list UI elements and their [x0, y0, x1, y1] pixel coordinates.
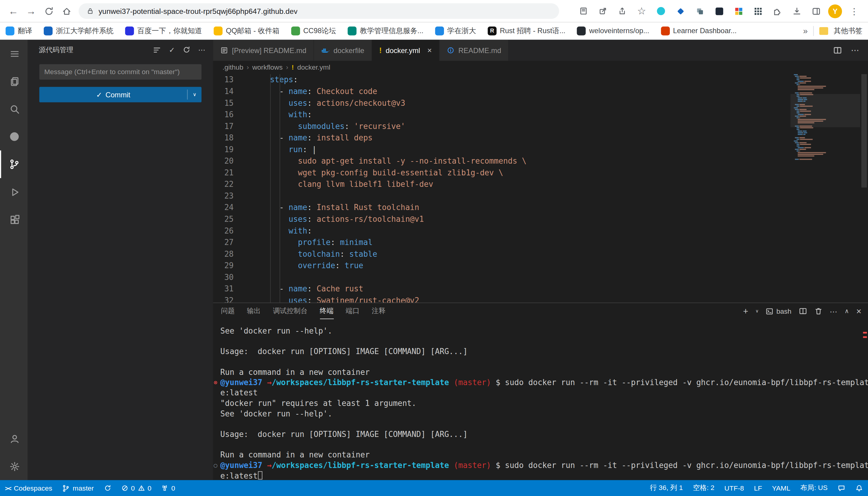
forward-icon[interactable]: → [22, 2, 40, 20]
explorer-icon[interactable] [0, 67, 28, 95]
home-icon[interactable] [58, 2, 75, 20]
tab-dockerfile[interactable]: dockerfile [314, 40, 372, 61]
minimap-token [796, 149, 798, 150]
keyboard-layout[interactable]: 布局: US [795, 480, 833, 496]
cursor-position[interactable]: 行 36, 列 1 [645, 480, 688, 496]
terminal-instance[interactable]: bash [766, 307, 791, 315]
bookmark-item[interactable]: CC98论坛 [291, 26, 336, 35]
bookmark-item[interactable]: 教学管理信息服务... [348, 26, 423, 35]
browser-menu-icon[interactable]: ⋮ [847, 4, 862, 18]
close-icon[interactable]: × [428, 46, 432, 55]
share-icon[interactable] [615, 4, 629, 18]
maximize-panel-icon[interactable]: ∧ [844, 308, 849, 315]
bookmark-star-icon[interactable]: ☆ [634, 4, 649, 18]
commit-check-icon[interactable]: ✓ [169, 46, 175, 54]
panel-tab[interactable]: 调试控制台 [273, 303, 308, 319]
breadcrumb-item[interactable]: .github [223, 64, 243, 72]
sidebar-toggle-icon[interactable] [809, 4, 823, 18]
code-editor[interactable]: 13 steps:14 - name: Checkout code15 uses… [213, 74, 868, 303]
bookmark-item[interactable]: 百度一下，你就知道 [125, 26, 202, 35]
scrollbar-thumb[interactable] [862, 74, 867, 187]
application-menu-icon[interactable] [0, 40, 28, 67]
split-editor-icon[interactable] [833, 46, 842, 55]
tab--preview-readme-md[interactable]: [Preview] README.md [213, 40, 314, 61]
terminal-profile-dropdown-icon[interactable]: ∨ [755, 309, 759, 314]
extensions-puzzle-icon[interactable] [770, 4, 784, 18]
bookmark-item[interactable]: weloveinterns/op... [577, 26, 649, 35]
kill-terminal-icon[interactable] [814, 307, 822, 315]
bookmark-item[interactable]: QQ邮箱 - 收件箱 [214, 26, 280, 35]
editor-scrollbar[interactable] [860, 74, 868, 303]
more-actions-icon[interactable]: ⋯ [830, 307, 838, 315]
other-bookmarks-label[interactable]: 其他书签 [834, 26, 862, 35]
bookmark-item[interactable]: 学在浙大 [435, 26, 476, 35]
panel-tab[interactable]: 输出 [247, 303, 261, 319]
code-line: 19 run: | [213, 144, 788, 155]
open-in-new-icon[interactable] [596, 4, 610, 18]
code-token [242, 145, 289, 154]
minimap-token [797, 132, 803, 134]
extension-collections-icon[interactable] [692, 4, 707, 18]
extension-lt-icon[interactable] [712, 4, 726, 18]
extension-dots-icon[interactable] [751, 4, 765, 18]
breadcrumb-item[interactable]: docker.yml [297, 64, 331, 72]
minimap-space [791, 149, 795, 150]
eol-indicator[interactable]: LF [749, 480, 767, 496]
branch-indicator[interactable]: master [57, 480, 99, 496]
bookmark-item[interactable]: RRust 招聘 - Rust语... [488, 26, 566, 35]
commit-button[interactable]: ✓ Commit ∨ [39, 87, 201, 102]
bookmark-item[interactable]: 浙江大学邮件系统 [44, 26, 114, 35]
bookmarks-overflow-icon[interactable]: » [803, 26, 808, 35]
line-number: 19 [213, 144, 234, 155]
activity-bar-bottom [0, 425, 28, 480]
tab-docker-yml[interactable]: !docker.yml× [372, 40, 439, 61]
ports-indicator[interactable]: 0 [156, 480, 180, 496]
breadcrumb[interactable]: .github›workflows›!docker.yml [213, 61, 868, 74]
run-debug-icon[interactable] [0, 178, 28, 206]
refresh-icon[interactable] [183, 46, 191, 53]
problems-indicator[interactable]: 0 0 [116, 480, 156, 496]
reading-list-icon[interactable] [577, 4, 591, 18]
split-terminal-icon[interactable] [799, 307, 807, 315]
breadcrumb-item[interactable]: workflows [252, 64, 283, 72]
extension-grid-icon[interactable] [731, 4, 746, 18]
reload-icon[interactable] [40, 2, 58, 20]
settings-gear-icon[interactable] [0, 452, 28, 480]
view-as-list-icon[interactable] [153, 46, 161, 54]
back-icon[interactable]: ← [4, 2, 22, 20]
terminal[interactable]: See 'docker run --help'.Usage: docker ru… [213, 319, 868, 480]
more-actions-icon[interactable]: ⋯ [198, 46, 205, 54]
bookmark-item[interactable]: Learner Dashboar... [661, 26, 736, 35]
code-token: : [293, 75, 298, 84]
extensions-icon[interactable] [0, 206, 28, 234]
notifications-bell-icon[interactable] [850, 480, 868, 496]
extension-teal-icon[interactable] [654, 4, 668, 18]
minimap[interactable] [791, 74, 860, 303]
language-mode[interactable]: YAML [767, 480, 795, 496]
code-line: 13 steps: [213, 74, 788, 86]
panel-tab[interactable]: 端口 [346, 303, 359, 319]
indentation-indicator[interactable]: 空格: 2 [688, 480, 719, 496]
account-icon[interactable] [0, 425, 28, 453]
source-control-icon[interactable] [0, 150, 28, 178]
search-icon[interactable] [0, 95, 28, 123]
feedback-icon[interactable] [833, 480, 851, 496]
profile-avatar[interactable]: Y [828, 4, 842, 18]
sync-button[interactable] [99, 480, 116, 496]
new-terminal-icon[interactable]: + [743, 306, 748, 316]
bookmark-item[interactable]: 翻译 [5, 26, 32, 35]
more-actions-icon[interactable]: ⋯ [851, 46, 859, 56]
close-panel-icon[interactable]: × [856, 306, 862, 316]
extension-diamond-icon[interactable] [673, 4, 688, 18]
panel-tab[interactable]: 终端 [320, 303, 333, 319]
commit-message-input[interactable] [39, 64, 201, 80]
panel-tab[interactable]: 注释 [372, 303, 386, 319]
tab-readme-md[interactable]: README.md [439, 40, 509, 61]
downloads-icon[interactable] [789, 4, 804, 18]
address-bar[interactable]: yunwei37-potential-space-trout-rpr5qwj66… [79, 3, 559, 19]
remote-indicator[interactable]: >< Codespaces [0, 480, 57, 496]
commit-dropdown-icon[interactable]: ∨ [188, 92, 201, 97]
github-icon[interactable] [0, 123, 28, 150]
panel-tab[interactable]: 问题 [221, 303, 235, 319]
encoding-indicator[interactable]: UTF-8 [719, 480, 749, 496]
